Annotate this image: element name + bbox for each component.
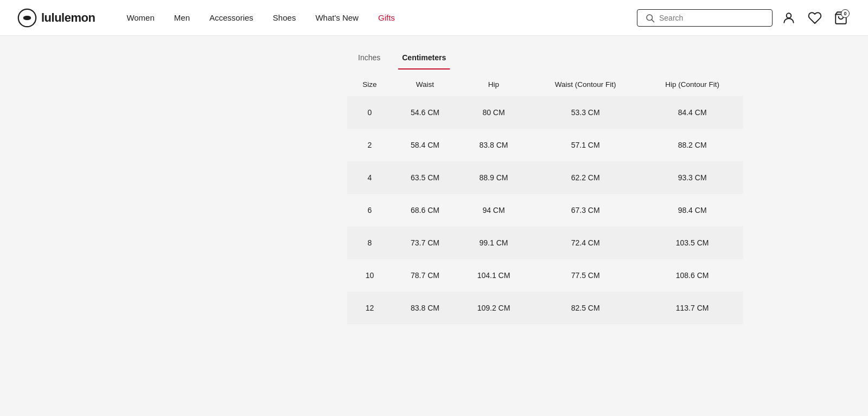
search-box[interactable] <box>637 9 773 27</box>
table-row: 1078.7 CM104.1 CM77.5 CM108.6 CM <box>347 259 743 292</box>
cell-row3-col1: 68.6 CM <box>392 194 458 226</box>
cell-row0-col0: 0 <box>347 96 392 129</box>
table-row: 1283.8 CM109.2 CM82.5 CM113.7 CM <box>347 292 743 324</box>
cell-row4-col1: 73.7 CM <box>392 226 458 259</box>
tab-centimeters[interactable]: Centimeters <box>391 47 457 70</box>
svg-line-2 <box>652 20 654 22</box>
tab-inches[interactable]: Inches <box>347 47 391 70</box>
cell-row1-col4: 88.2 CM <box>641 129 743 161</box>
logo[interactable]: lululemon <box>17 8 95 28</box>
cell-row6-col0: 12 <box>347 292 392 324</box>
main-content: Inches Centimeters Size Waist Hip Waist … <box>108 36 760 346</box>
cell-row2-col4: 93.3 CM <box>641 161 743 194</box>
col-header-hip-contour: Hip (Contour Fit) <box>641 75 743 96</box>
cell-row3-col0: 6 <box>347 194 392 226</box>
nav-item-women[interactable]: Women <box>117 0 164 36</box>
table-row: 668.6 CM94 CM67.3 CM98.4 CM <box>347 194 743 226</box>
table-row: 258.4 CM83.8 CM57.1 CM88.2 CM <box>347 129 743 161</box>
cell-row3-col2: 94 CM <box>458 194 529 226</box>
nav-item-whats-new[interactable]: What's New <box>305 0 368 36</box>
cell-row1-col3: 57.1 CM <box>529 129 641 161</box>
cell-row2-col3: 62.2 CM <box>529 161 641 194</box>
cell-row5-col0: 10 <box>347 259 392 292</box>
account-icon <box>782 11 796 25</box>
cell-row4-col2: 99.1 CM <box>458 226 529 259</box>
nav-item-gifts[interactable]: Gifts <box>368 0 405 36</box>
size-table-container: Size Waist Hip Waist (Contour Fit) Hip (… <box>119 70 749 346</box>
cell-row3-col3: 67.3 CM <box>529 194 641 226</box>
cell-row6-col1: 83.8 CM <box>392 292 458 324</box>
cart-badge: 0 <box>841 9 850 18</box>
table-row: 463.5 CM88.9 CM62.2 CM93.3 CM <box>347 161 743 194</box>
logo-text: lululemon <box>41 11 95 25</box>
navbar: lululemon Women Men Accessories Shoes Wh… <box>0 0 868 36</box>
heart-icon <box>808 11 822 25</box>
col-header-size: Size <box>347 75 392 96</box>
cell-row1-col1: 58.4 CM <box>392 129 458 161</box>
col-header-waist-contour: Waist (Contour Fit) <box>529 75 641 96</box>
cell-row0-col3: 53.3 CM <box>529 96 641 129</box>
cell-row3-col4: 98.4 CM <box>641 194 743 226</box>
cell-row2-col1: 63.5 CM <box>392 161 458 194</box>
nav-menu: Women Men Accessories Shoes What's New G… <box>117 0 637 36</box>
cell-row1-col2: 83.8 CM <box>458 129 529 161</box>
table-row: 873.7 CM99.1 CM72.4 CM103.5 CM <box>347 226 743 259</box>
cell-row0-col2: 80 CM <box>458 96 529 129</box>
cell-row5-col2: 104.1 CM <box>458 259 529 292</box>
cell-row2-col0: 4 <box>347 161 392 194</box>
table-row: 054.6 CM80 CM53.3 CM84.4 CM <box>347 96 743 129</box>
cell-row2-col2: 88.9 CM <box>458 161 529 194</box>
cell-row0-col1: 54.6 CM <box>392 96 458 129</box>
col-header-hip: Hip <box>458 75 529 96</box>
cart-icon-button[interactable]: 0 <box>831 8 851 28</box>
cell-row5-col1: 78.7 CM <box>392 259 458 292</box>
svg-point-3 <box>787 13 792 18</box>
search-input[interactable] <box>659 14 764 22</box>
nav-item-shoes[interactable]: Shoes <box>263 0 306 36</box>
cell-row6-col3: 82.5 CM <box>529 292 641 324</box>
account-icon-button[interactable] <box>779 8 799 28</box>
cell-row1-col0: 2 <box>347 129 392 161</box>
cell-row4-col0: 8 <box>347 226 392 259</box>
search-icon <box>645 13 655 23</box>
size-table: Size Waist Hip Waist (Contour Fit) Hip (… <box>347 75 743 324</box>
nav-item-accessories[interactable]: Accessories <box>200 0 263 36</box>
nav-item-men[interactable]: Men <box>164 0 200 36</box>
logo-icon <box>17 8 37 28</box>
wishlist-icon-button[interactable] <box>805 8 825 28</box>
cell-row4-col4: 103.5 CM <box>641 226 743 259</box>
table-header-row: Size Waist Hip Waist (Contour Fit) Hip (… <box>347 75 743 96</box>
cell-row6-col2: 109.2 CM <box>458 292 529 324</box>
navbar-actions: 0 <box>637 8 851 28</box>
col-header-waist: Waist <box>392 75 458 96</box>
cell-row6-col4: 113.7 CM <box>641 292 743 324</box>
cell-row5-col4: 108.6 CM <box>641 259 743 292</box>
cell-row4-col3: 72.4 CM <box>529 226 641 259</box>
cell-row0-col4: 84.4 CM <box>641 96 743 129</box>
unit-tabs: Inches Centimeters <box>119 36 749 70</box>
cell-row5-col3: 77.5 CM <box>529 259 641 292</box>
